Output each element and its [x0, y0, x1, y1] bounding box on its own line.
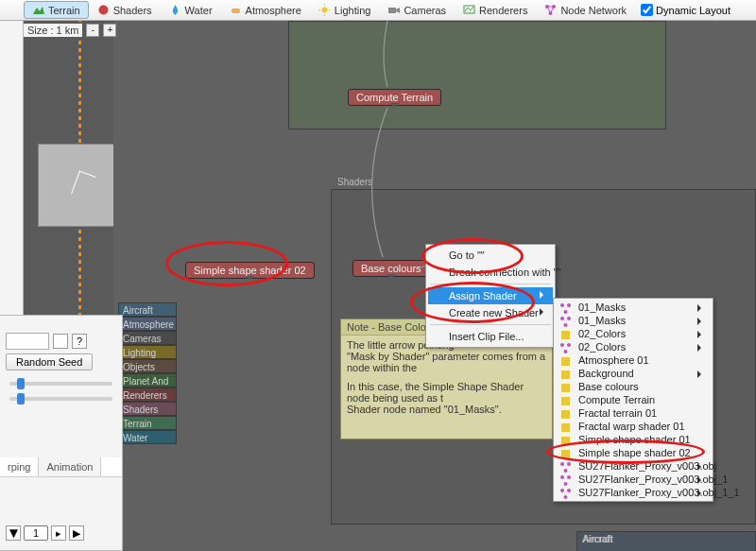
submenu-su27flanker-proxy-v003-obj[interactable]: SU27Flanker_Proxy_v003.obj [556, 459, 711, 473]
shaders-icon [97, 4, 110, 16]
svg-rect-25 [561, 397, 570, 405]
random-seed-button[interactable]: Random Seed [6, 353, 93, 370]
ctx-separator [430, 324, 551, 325]
toolbar-label: Atmosphere [246, 5, 301, 16]
dynamic-layout-checkbox[interactable] [641, 4, 653, 16]
note-text: In this case, the Simple Shape Shader no… [347, 381, 546, 404]
svg-rect-1 [232, 9, 240, 13]
svg-rect-27 [561, 423, 570, 432]
submenu-background[interactable]: Background [556, 367, 711, 380]
submenu-02-colors[interactable]: 02_Colors [556, 327, 711, 340]
toolbar-terrain[interactable]: Terrain [24, 1, 89, 19]
svg-point-34 [567, 475, 571, 479]
stepper-up[interactable]: ▸ [51, 525, 66, 541]
category-cameras[interactable]: Cameras [118, 331, 177, 345]
svg-point-38 [564, 495, 568, 499]
svg-point-0 [98, 6, 108, 15]
chevron-right-icon [697, 370, 705, 378]
toolbar-label: Cameras [404, 5, 446, 16]
submenu-label: Fractal warp shader 01 [578, 421, 685, 432]
ctx-insert-clip-file[interactable]: Insert Clip File... [428, 328, 553, 345]
dynamic-layout-toggle[interactable]: Dynamic Layout [641, 4, 730, 16]
color-swatch[interactable] [53, 334, 68, 349]
category-lighting[interactable]: Lighting [118, 345, 177, 359]
note-text: Shader node named "01_Masks". [347, 404, 546, 415]
category-objects[interactable]: Objects [118, 359, 177, 373]
category-water[interactable]: Water [118, 430, 177, 444]
node-icon [559, 488, 572, 500]
node-label: Compute Terrain [356, 92, 433, 103]
category-atmosphere[interactable]: Atmosphere [118, 317, 177, 331]
chevron-right-icon [697, 490, 705, 497]
slider-2[interactable] [9, 397, 112, 401]
svg-rect-24 [561, 384, 570, 392]
panel-row: ? [6, 333, 116, 350]
svg-point-33 [560, 475, 564, 479]
toolbar-atmosphere[interactable]: Atmosphere [221, 1, 310, 19]
info-button[interactable]: ? [72, 334, 87, 349]
svg-point-30 [560, 462, 564, 466]
spinner-input[interactable] [24, 525, 48, 541]
submenu-label: Compute Terrain [578, 394, 655, 405]
submenu-su27flanker-proxy-v003-obj-1[interactable]: SU27Flanker_Proxy_v003.obj_1 [556, 473, 711, 486]
toolbar-lighting[interactable]: Lighting [310, 1, 380, 19]
play-button[interactable]: ▶ [69, 525, 84, 541]
lighting-icon [318, 4, 331, 16]
submenu-label: 02_Colors [578, 328, 626, 339]
toolbar-renderers[interactable]: Renderers [455, 1, 536, 19]
node-simple-shape-shader-02[interactable]: Simple shape shader 02 [185, 262, 315, 279]
category-shaders[interactable]: Shaders [118, 402, 177, 416]
category-aircraft[interactable]: Aircraft [118, 302, 177, 317]
ctx-break-connection[interactable]: Break connection with "" [428, 264, 553, 281]
submenu-label: Atmosphere 01 [578, 354, 649, 366]
node-compute-terrain[interactable]: Compute Terrain [348, 89, 441, 106]
svg-point-37 [567, 489, 571, 492]
svg-rect-23 [561, 370, 570, 379]
cameras-icon [387, 4, 400, 16]
node-network-icon [544, 4, 557, 16]
ctx-create-new-shader[interactable]: Create new Shader [428, 304, 553, 321]
submenu-simple-shape-shader-02[interactable]: Simple shape shader 02 [556, 446, 711, 459]
ctx-label: Create new Shader [449, 307, 539, 319]
submenu-simple-shape-shader-01[interactable]: Simple shape shader 01 [556, 433, 711, 446]
atmosphere-icon [230, 4, 242, 16]
node-base-colours[interactable]: Base colours [352, 260, 430, 277]
svg-rect-7 [388, 8, 396, 13]
submenu-fractal-terrain-01[interactable]: Fractal terrain 01 [556, 406, 711, 420]
toolbar-shaders[interactable]: Shaders [89, 1, 161, 19]
size-increase[interactable]: + [103, 24, 116, 37]
submenu-02-colors[interactable]: 02_Colors [556, 340, 711, 353]
submenu-atmosphere-01[interactable]: Atmosphere 01 [556, 353, 711, 367]
ctx-separator [430, 284, 551, 284]
toolbar-node-network[interactable]: Node Network [536, 1, 635, 19]
tab-animation[interactable]: Animation [39, 457, 101, 476]
assign-shader-submenu: 01_Masks01_Masks02_Colors02_ColorsAtmosp… [553, 298, 713, 502]
toolbar-label: Terrain [48, 5, 80, 16]
size-label: Size : 1 km [24, 24, 82, 37]
submenu-01-masks[interactable]: 01_Masks [556, 301, 711, 314]
category-renderers[interactable]: Renderers [118, 387, 177, 402]
submenu-su27flanker-proxy-v003-obj-1-1[interactable]: SU27Flanker_Proxy_v003.obj_1_1 [556, 486, 711, 499]
submenu-compute-terrain[interactable]: Compute Terrain [556, 393, 711, 406]
tab-warping[interactable]: rping [0, 457, 39, 476]
slider-1[interactable] [9, 382, 112, 386]
note-text: "Mask by Shader" parameter comes from a … [347, 351, 546, 373]
ctx-assign-shader[interactable]: Assign Shader [428, 287, 553, 304]
submenu-label: SU27Flanker_Proxy_v003.obj_1 [578, 474, 728, 485]
category-terrain[interactable]: Terrain [118, 416, 177, 430]
terrain-preview[interactable] [38, 144, 121, 227]
svg-point-31 [567, 462, 571, 466]
ctx-goto[interactable]: Go to "" [428, 247, 553, 264]
toolbar-label: Node Network [560, 5, 627, 16]
toolbar-water[interactable]: Water [161, 1, 221, 19]
category-planet-and-[interactable]: Planet And ... [118, 373, 177, 387]
value-input[interactable] [6, 333, 49, 350]
size-decrease[interactable]: - [86, 24, 99, 37]
submenu-fractal-warp-shader-01[interactable]: Fractal warp shader 01 [556, 420, 711, 433]
properties-panel: ? Random Seed rping Animation ⯆ ▸ ▶ [0, 315, 123, 551]
submenu-label: Fractal terrain 01 [578, 407, 657, 419]
toolbar-cameras[interactable]: Cameras [379, 1, 455, 19]
submenu-01-masks[interactable]: 01_Masks [556, 314, 711, 327]
stepper-down[interactable]: ⯆ [6, 525, 21, 541]
submenu-base-colours[interactable]: Base colours [556, 380, 711, 393]
